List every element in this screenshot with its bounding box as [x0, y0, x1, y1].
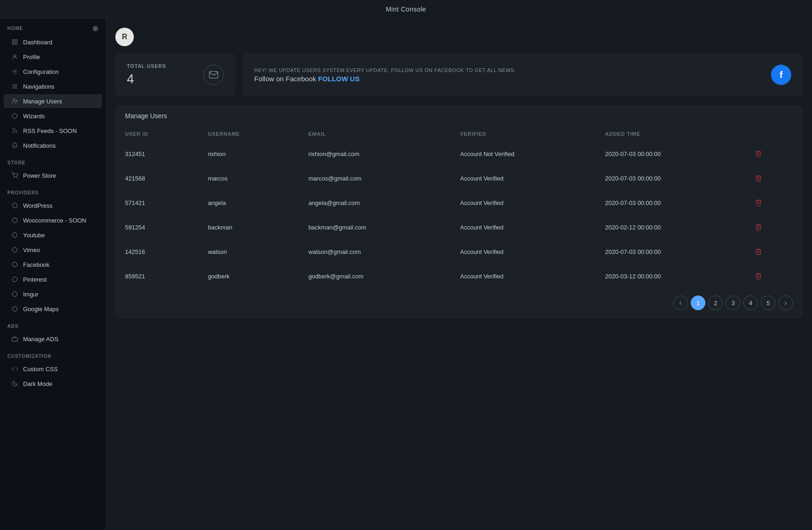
- rss-icon: [11, 127, 18, 134]
- sidebar-item-youtube-label: Youtube: [23, 232, 45, 239]
- page-5-button[interactable]: 5: [761, 295, 776, 310]
- cell-verified: Account Verified: [451, 166, 596, 191]
- delete-button[interactable]: [753, 271, 764, 282]
- cell-added-time: 2020-07-03 00:00:00: [596, 142, 744, 166]
- sidebar-item-rss-feeds-label: RSS Feeds - SOON: [23, 127, 77, 134]
- cell-delete: [744, 166, 802, 191]
- table-header-row: USER ID USERNAME EMAIL VERIFIED ADDED TI…: [116, 126, 802, 142]
- sidebar-item-dashboard-label: Dashboard: [23, 39, 53, 46]
- cell-username: marcos: [199, 166, 299, 191]
- sidebar-item-power-store[interactable]: Power Store: [4, 169, 102, 182]
- cell-email: angela@gmail.com: [299, 191, 451, 215]
- sidebar-add-icon[interactable]: ⊕: [92, 24, 98, 33]
- delete-button[interactable]: [753, 197, 764, 208]
- page-2-button[interactable]: 2: [708, 295, 723, 310]
- sidebar-item-wizards[interactable]: Wizards: [4, 109, 102, 123]
- cell-username: angela: [199, 191, 299, 215]
- sidebar-item-navigations[interactable]: Navigations: [4, 79, 102, 93]
- delete-button[interactable]: [753, 173, 764, 184]
- cell-added-time: 2020-07-03 00:00:00: [596, 166, 744, 191]
- delete-button[interactable]: [753, 148, 764, 159]
- table-row: 142516 watson watson@gmail.com Account V…: [116, 240, 802, 264]
- wizards-icon: [11, 112, 18, 120]
- sidebar-section-ads-label: ADS: [0, 316, 106, 331]
- sidebar-item-notifications[interactable]: Notifications: [4, 139, 102, 152]
- sidebar-item-rss-feeds[interactable]: RSS Feeds - SOON: [4, 124, 102, 138]
- sidebar-item-dark-mode[interactable]: Dark Mode: [4, 377, 102, 391]
- pinterest-icon: [11, 276, 18, 283]
- sidebar-item-dashboard[interactable]: Dashboard: [4, 35, 102, 49]
- cell-delete: [744, 240, 802, 264]
- cell-username: backman: [199, 215, 299, 240]
- cell-user-id: 421568: [116, 166, 199, 191]
- cell-verified: Account Verified: [451, 191, 596, 215]
- sidebar-item-manage-ads[interactable]: Manage ADS: [4, 332, 102, 346]
- svg-point-14: [12, 203, 18, 208]
- svg-point-18: [12, 262, 18, 267]
- sidebar-section-home: HOME ⊕: [0, 18, 106, 35]
- cell-user-id: 859521: [116, 264, 199, 289]
- sidebar-item-configuration[interactable]: Configuration: [4, 65, 102, 78]
- sidebar-item-facebook-label: Facebook: [23, 261, 49, 268]
- table-row: 859521 godberk godberk@gmail.com Account…: [116, 264, 802, 289]
- sidebar-item-profile[interactable]: Profile: [4, 50, 102, 64]
- sidebar-item-imgur[interactable]: Imgur: [4, 287, 102, 301]
- sidebar-item-profile-label: Profile: [23, 54, 40, 60]
- svg-rect-2: [12, 42, 14, 44]
- sidebar-item-manage-ads-label: Manage ADS: [23, 336, 59, 343]
- sidebar-item-custom-css[interactable]: Custom CSS: [4, 362, 102, 376]
- col-email: EMAIL: [299, 126, 451, 142]
- svg-point-21: [12, 307, 18, 312]
- svg-point-4: [14, 54, 16, 57]
- table-header: Manage Users: [116, 106, 802, 126]
- cell-delete: [744, 264, 802, 289]
- table-title: Manage Users: [125, 112, 793, 120]
- cell-email: backman@gmail.com: [299, 215, 451, 240]
- sidebar-home-label: HOME: [7, 26, 23, 31]
- svg-rect-0: [12, 40, 14, 42]
- sidebar-item-youtube[interactable]: Youtube: [4, 228, 102, 242]
- sidebar-item-vimeo[interactable]: Vimeo: [4, 243, 102, 257]
- stats-info: TOTAL USERS 4: [127, 63, 166, 86]
- manage-users-icon: [11, 97, 18, 105]
- navigations-icon: [11, 83, 18, 90]
- banner-link[interactable]: FOLLOW US: [318, 75, 359, 83]
- sidebar-item-manage-users[interactable]: Manage Users: [4, 94, 102, 108]
- sidebar-item-custom-css-label: Custom CSS: [23, 366, 58, 373]
- sidebar-item-woocommerce[interactable]: Woocommerce - SOON: [4, 213, 102, 227]
- sidebar-item-imgur-label: Imgur: [23, 291, 38, 298]
- power-store-icon: [11, 172, 18, 179]
- delete-button[interactable]: [753, 246, 764, 257]
- col-verified: VERIFIED: [451, 126, 596, 142]
- cell-added-time: 2020-07-03 00:00:00: [596, 240, 744, 264]
- page-3-button[interactable]: 3: [726, 295, 740, 310]
- cell-username: rixhion: [199, 142, 299, 166]
- woocommerce-icon: [11, 217, 18, 224]
- chevron-left-icon: ‹: [679, 299, 681, 307]
- avatar-row: R: [115, 28, 803, 46]
- table-row: 312451 rixhion rixhion@gmail.com Account…: [116, 142, 802, 166]
- main-content: R TOTAL USERS 4 HEY! WE: [106, 18, 812, 530]
- stats-value: 4: [127, 72, 166, 86]
- svg-point-13: [17, 178, 17, 178]
- page-1-button[interactable]: 1: [691, 295, 705, 310]
- table-row: 421568 marcos marcos@gmail.com Account V…: [116, 166, 802, 191]
- delete-button[interactable]: [753, 222, 764, 233]
- page-4-button[interactable]: 4: [743, 295, 758, 310]
- cell-username: watson: [199, 240, 299, 264]
- page-prev-button[interactable]: ‹: [673, 295, 688, 310]
- sidebar-item-pinterest[interactable]: Pinterest: [4, 272, 102, 286]
- sidebar-item-facebook[interactable]: Facebook: [4, 258, 102, 271]
- manage-ads-icon: [11, 335, 18, 343]
- sidebar-item-wordpress[interactable]: WordPress: [4, 199, 102, 212]
- svg-point-11: [12, 132, 13, 133]
- facebook-banner-icon[interactable]: f: [771, 65, 791, 85]
- sidebar: HOME ⊕ Dashboard Profile Configuration: [0, 18, 106, 530]
- cell-user-id: 312451: [116, 142, 199, 166]
- svg-point-12: [14, 178, 14, 178]
- avatar: R: [115, 28, 134, 46]
- sidebar-item-google-maps[interactable]: Google Maps: [4, 302, 102, 316]
- cell-delete: [744, 215, 802, 240]
- page-next-button[interactable]: ›: [778, 295, 793, 310]
- cell-user-id: 571421: [116, 191, 199, 215]
